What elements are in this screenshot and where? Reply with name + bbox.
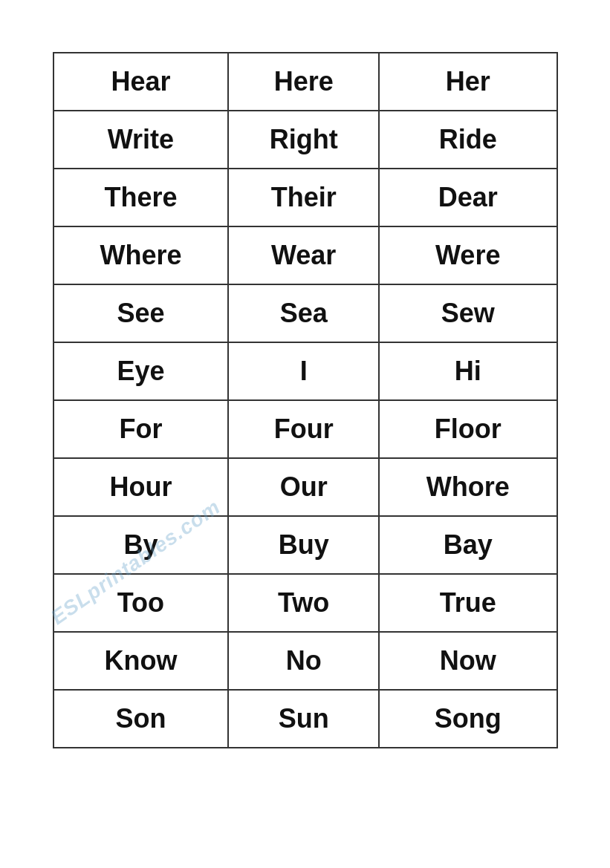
table-row: ForFourFloor — [53, 400, 557, 458]
cell-r0-c1: Here — [228, 53, 379, 111]
cell-r8-c2: Bay — [379, 516, 557, 574]
cell-r5-c1: I — [228, 342, 379, 400]
cell-r2-c1: Their — [228, 169, 379, 226]
cell-r5-c2: Hi — [379, 342, 557, 400]
cell-r9-c1: Two — [228, 574, 379, 632]
table-row: TooTwoTrue — [53, 574, 557, 632]
cell-r4-c1: Sea — [228, 284, 379, 342]
table-row: ByBuyBay — [53, 516, 557, 574]
homophones-table: HearHereHerWriteRightRideThereTheirDearW… — [53, 52, 558, 748]
cell-r3-c0: Where — [53, 226, 229, 284]
table-row: WhereWearWere — [53, 226, 557, 284]
cell-r2-c0: There — [53, 169, 229, 226]
cell-r11-c2: Song — [379, 690, 557, 748]
cell-r1-c2: Ride — [379, 111, 557, 169]
cell-r10-c0: Know — [53, 632, 229, 690]
cell-r7-c2: Whore — [379, 458, 557, 516]
table-row: SeeSeaSew — [53, 284, 557, 342]
table-row: HearHereHer — [53, 53, 557, 111]
word-table-container: HearHereHerWriteRightRideThereTheirDearW… — [53, 52, 558, 748]
cell-r2-c2: Dear — [379, 169, 557, 226]
table-row: SonSunSong — [53, 690, 557, 748]
cell-r6-c0: For — [53, 400, 229, 458]
cell-r5-c0: Eye — [53, 342, 229, 400]
cell-r0-c2: Her — [379, 53, 557, 111]
cell-r4-c0: See — [53, 284, 229, 342]
cell-r6-c1: Four — [228, 400, 379, 458]
cell-r10-c1: No — [228, 632, 379, 690]
cell-r1-c0: Write — [53, 111, 229, 169]
table-row: ThereTheirDear — [53, 169, 557, 226]
cell-r8-c0: By — [53, 516, 229, 574]
cell-r0-c0: Hear — [53, 53, 229, 111]
cell-r10-c2: Now — [379, 632, 557, 690]
table-row: KnowNoNow — [53, 632, 557, 690]
cell-r9-c2: True — [379, 574, 557, 632]
cell-r11-c0: Son — [53, 690, 229, 748]
cell-r1-c1: Right — [228, 111, 379, 169]
cell-r4-c2: Sew — [379, 284, 557, 342]
cell-r7-c1: Our — [228, 458, 379, 516]
cell-r3-c1: Wear — [228, 226, 379, 284]
table-row: HourOurWhore — [53, 458, 557, 516]
table-row: WriteRightRide — [53, 111, 557, 169]
cell-r3-c2: Were — [379, 226, 557, 284]
cell-r8-c1: Buy — [228, 516, 379, 574]
cell-r6-c2: Floor — [379, 400, 557, 458]
table-row: EyeIHi — [53, 342, 557, 400]
cell-r9-c0: Too — [53, 574, 229, 632]
cell-r11-c1: Sun — [228, 690, 379, 748]
cell-r7-c0: Hour — [53, 458, 229, 516]
